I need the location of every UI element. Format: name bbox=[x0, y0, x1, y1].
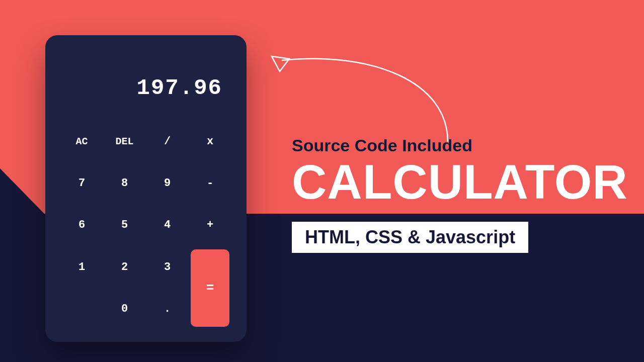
delete-button[interactable]: DEL bbox=[103, 121, 146, 162]
digit-1-button[interactable]: 1 bbox=[60, 246, 103, 288]
promo-text: Source Code Included CALCULATOR HTML, CS… bbox=[292, 136, 628, 253]
decimal-button[interactable]: . bbox=[146, 288, 189, 330]
divide-button[interactable]: / bbox=[146, 121, 189, 162]
digit-3-button[interactable]: 3 bbox=[146, 246, 189, 288]
digit-9-button[interactable]: 9 bbox=[146, 162, 189, 204]
digit-4-button[interactable]: 4 bbox=[146, 204, 189, 246]
multiply-button[interactable]: x bbox=[189, 121, 231, 162]
promo-title: CALCULATOR bbox=[292, 157, 628, 207]
promo-tag: HTML, CSS & Javascript bbox=[292, 222, 528, 253]
background-accent-wedge bbox=[0, 168, 44, 214]
digit-0-button[interactable]: 0 bbox=[103, 288, 146, 330]
digit-2-button[interactable]: 2 bbox=[103, 246, 146, 288]
calculator-panel: 197.96 AC DEL / x 7 8 9 - 6 5 4 + 1 2 3 … bbox=[45, 35, 247, 342]
digit-6-button[interactable]: 6 bbox=[60, 204, 103, 246]
digit-5-button[interactable]: 5 bbox=[103, 204, 146, 246]
calculator-display: 197.96 bbox=[60, 50, 231, 111]
equals-button[interactable]: = bbox=[191, 249, 229, 327]
clear-button[interactable]: AC bbox=[60, 121, 103, 162]
promo-subtitle: Source Code Included bbox=[292, 136, 628, 155]
add-button[interactable]: + bbox=[189, 204, 231, 246]
calculator-keypad: AC DEL / x 7 8 9 - 6 5 4 + 1 2 3 = 0 . bbox=[60, 121, 231, 330]
subtract-button[interactable]: - bbox=[189, 162, 231, 204]
digit-7-button[interactable]: 7 bbox=[60, 162, 103, 204]
digit-8-button[interactable]: 8 bbox=[103, 162, 146, 204]
